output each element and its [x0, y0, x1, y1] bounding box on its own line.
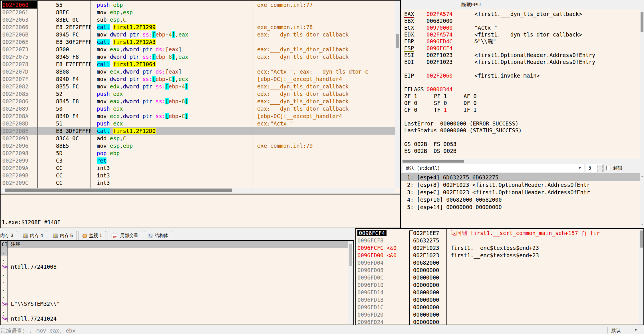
disasm-row[interactable]: 002F209CCCint3 [1, 179, 395, 187]
register-row[interactable]: EAX002FA574<first1.___dyn_tls_dtor_callb… [401, 11, 644, 17]
spinner-up-icon[interactable]: ▲ [597, 165, 603, 168]
dump-row[interactable]: Ŝwntdll.77241008 [1, 263, 353, 270]
stack-scrollbar[interactable] [639, 229, 643, 325]
disasm-row[interactable]: 002F20968BE5mov esp,ebpexe_common.inl:79 [1, 142, 395, 149]
disasm-row[interactable]: 002F208A8B4D F4mov ecx,dword ptr ss:[ebp… [1, 112, 395, 120]
disasm-row[interactable]: 002F20738B00mov eax,dword ptr ds:[eax]ea… [1, 46, 395, 53]
scrollbar-thumb[interactable] [396, 34, 399, 48]
tab-内存-5[interactable]: 内存 5 [49, 231, 77, 240]
disasm-row[interactable]: 002F208950push eaxeax:___dyn_tls_dtor_ca… [1, 105, 395, 112]
register-row[interactable]: ECX00970000"Actx " [401, 24, 644, 31]
calling-convention-select[interactable]: 默认 (stdcall) ▼ [403, 164, 584, 172]
dump-row[interactable]: . [1, 293, 353, 300]
register-row[interactable]: EIP002F2060<first1.invoke_main> [401, 72, 644, 79]
stack-row[interactable]: 0096FCFC <&0002F1023first1.__enc$textbss… [356, 244, 639, 252]
flag-cell[interactable]: ZF 1 [404, 93, 434, 100]
register-info-row[interactable]: LastStatus 00000000 (STATUS_SUCCESS) [401, 127, 644, 134]
disasm-row[interactable]: 002F20868B45 F8mov eax,dword ptr ss:[ebp… [1, 98, 395, 105]
spinner-down-icon[interactable]: ▼ [597, 169, 603, 172]
stack-row[interactable]: 0096FCF4002F1EE7返回到 first1.__scrt_common… [356, 229, 639, 237]
stack-row[interactable]: 0096FD2000000000 [356, 311, 639, 318]
flag-cell[interactable]: AF 0 [464, 93, 493, 100]
scrollbar-thumb[interactable] [349, 244, 352, 266]
tab-局部变量[interactable]: 局部变量 [108, 231, 142, 240]
stack-row[interactable]: 0096FD0800000000 [356, 266, 639, 274]
disasm-row[interactable]: 002F208EE8 3DF2FFFFcall first1.2F12D0 [1, 127, 395, 135]
register-info-row[interactable]: LastError 00000000 (ERROR_SUCCESS) [401, 120, 644, 127]
register-row[interactable]: EDI002F1023<first1.OptionalHeader.Addres… [401, 58, 644, 65]
disassembly-vertical-scrollbar[interactable] [395, 1, 400, 188]
registers-horizontal-scrollbar[interactable] [401, 159, 640, 163]
register-row[interactable]: EBP0096FD4C&"\\蠿" [401, 38, 644, 45]
scrollbar-thumb[interactable] [641, 12, 643, 32]
arguments-scrollbar[interactable]: ▲ ▼ [640, 173, 644, 227]
flag-cell[interactable]: CF 0 [404, 106, 434, 113]
stack-row[interactable]: 0096FD1800000000 [356, 296, 639, 303]
tab-内存-4[interactable]: 内存 4 [19, 231, 47, 240]
eflags-row[interactable]: OF 0SF 0DF 0 [401, 100, 644, 106]
disasm-row[interactable]: 002F2099C3ret [1, 157, 395, 164]
stack-row[interactable]: 0096FD2400000000 [356, 318, 639, 325]
argument-row[interactable]: 1: [esp+4] 6D632275 6D632275 [401, 174, 640, 181]
disasm-row[interactable]: 002F208D51push ecxecx:"Actx " [1, 120, 395, 127]
disasm-row[interactable]: 002F209ACCint3 [1, 164, 395, 172]
dump-row[interactable]: . [1, 285, 353, 293]
disasm-row[interactable]: 002F20618BECmov ebp,esp [1, 9, 395, 16]
tab-监视-1[interactable]: 监视 1 [79, 231, 106, 240]
register-row[interactable]: EFLAGS00000344 [401, 86, 644, 93]
stack-row[interactable]: 0096FCF86D632275 [356, 237, 639, 244]
register-row[interactable]: EDX002FA574<first1.___dyn_tls_dtor_callb… [401, 31, 644, 38]
argument-row[interactable]: 4: [esp+10] 00682000 00682000 [401, 196, 640, 203]
register-row[interactable]: ESI002F1023<first1.OptionalHeader.Addres… [401, 52, 644, 58]
disasm-row[interactable]: 002F209383C4 0Cadd esp,C [1, 135, 395, 142]
stack-row[interactable]: 0096FD1000000000 [356, 281, 639, 289]
disasm-row[interactable]: 002F207F894D F4mov dword ptr ss:[ebp-C],… [1, 75, 395, 83]
argument-row[interactable]: 2: [esp+8] 002F1023 <first1.OptionalHead… [401, 181, 640, 189]
disasm-row[interactable]: 002F206EE8 30F2FFFFcall first1.2F12A3 [1, 38, 395, 46]
flag-cell[interactable]: OF 0 [404, 100, 434, 106]
dump-row[interactable]: . [1, 248, 353, 256]
eflags-row[interactable]: CF 0TF 1IF 1 [401, 106, 644, 113]
disasm-row[interactable]: 002F207D8B08mov ecx,dword ptr ds:[eax]ec… [1, 68, 395, 75]
dump-row[interactable]: . [1, 256, 353, 263]
stack-row[interactable]: 0096FD0400682000 [356, 259, 639, 266]
tab-结构体[interactable]: 结构体 [144, 231, 172, 240]
disasm-row[interactable]: 002F209BCCint3 [1, 172, 395, 179]
scrollbar-thumb[interactable] [402, 160, 464, 163]
register-info-row[interactable]: GS 002B FS 0053 [401, 141, 644, 147]
dump-scrollbar[interactable] [348, 241, 353, 324]
hide-fpu-button[interactable]: 隐藏FPU [401, 0, 644, 9]
disasm-row[interactable]: 002F208552push edxedx:___dyn_tls_dtor_ca… [1, 90, 395, 98]
argument-row[interactable]: 3: [esp+C] 002F1023 <first1.OptionalHead… [401, 189, 640, 196]
unlock-checkbox[interactable] [606, 166, 611, 170]
disasm-row[interactable]: 002F206055push ebpexe_common.inl:77 [1, 1, 395, 9]
flag-cell[interactable]: SF 0 [434, 100, 464, 106]
panel-splitter[interactable] [1, 193, 400, 195]
dump-row[interactable]: . [1, 270, 353, 278]
dump-row[interactable]: . [1, 278, 353, 285]
register-row[interactable]: EBX00682000 [401, 17, 644, 24]
flag-cell[interactable]: TF 1 [434, 106, 464, 113]
flag-cell[interactable]: DF 0 [464, 100, 493, 106]
tab-内存-3[interactable]: 内存 3 [0, 231, 17, 240]
argument-row[interactable]: 5: [esp+14] 00000000 00000000 [401, 203, 640, 211]
stack-row[interactable]: 0096FD0C00000000 [356, 274, 639, 281]
flag-cell[interactable]: IF 1 [464, 106, 493, 113]
dump-row[interactable]: ŜwL"\\SYSTEM32\\" [1, 300, 353, 307]
disassembly-horizontal-scrollbar[interactable] [1, 188, 395, 193]
register-info-row[interactable]: ES 002B DS 002B [401, 147, 644, 154]
scroll-down-icon[interactable]: ▼ [641, 223, 643, 226]
disasm-row[interactable]: 002F206383EC 0Csub esp,C [1, 16, 395, 23]
scrollbar-thumb[interactable] [640, 230, 643, 248]
disasm-row[interactable]: 002F206B8945 FCmov dword ptr ss:[ebp-4],… [1, 31, 395, 38]
dump-row[interactable]: . [1, 307, 353, 315]
chevron-down-icon[interactable]: ▼ [634, 328, 637, 332]
dump-row[interactable]: Ŝwntdll.77241024 [1, 315, 353, 322]
disasm-row[interactable]: 002F20758945 F8mov dword ptr ss:[ebp-8],… [1, 53, 395, 60]
disasm-row[interactable]: 002F2066E8 2EF2FFFFcall first1.2F1299exe… [1, 23, 395, 31]
registers-vertical-scrollbar[interactable] [640, 9, 644, 159]
stack-row[interactable]: 0096FD1400000000 [356, 289, 639, 296]
scroll-up-icon[interactable]: ▲ [641, 175, 643, 177]
argument-count-spinner[interactable]: 5 ▲ ▼ [586, 164, 603, 172]
eflags-row[interactable]: ZF 1PF 1AF 0 [401, 93, 644, 100]
